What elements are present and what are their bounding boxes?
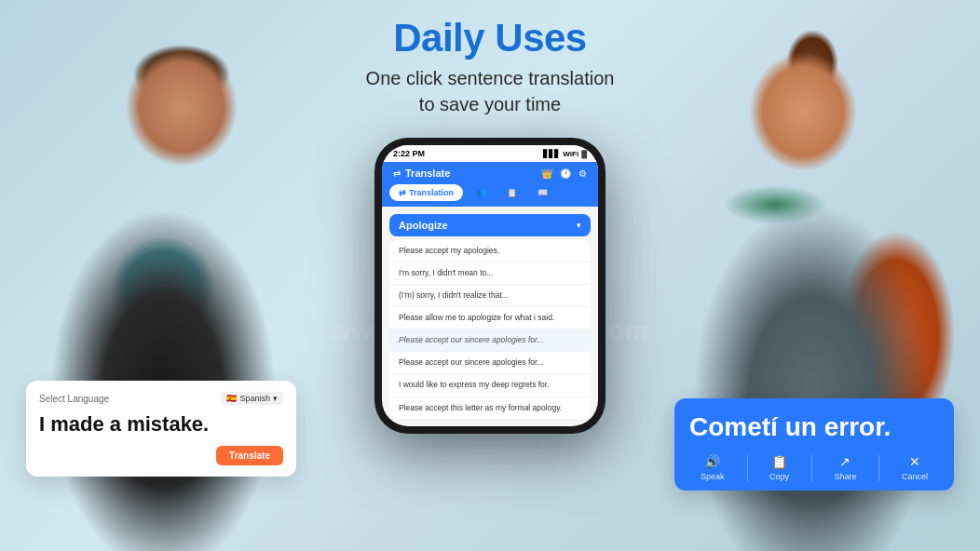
crown-icon: 👑: [541, 168, 552, 179]
translation-tab-label: Translation: [409, 188, 454, 197]
input-text-display: I made a mistake.: [39, 412, 283, 437]
docs-tab-icon: 📋: [507, 188, 517, 197]
speak-button[interactable]: 🔊 Speak: [701, 454, 725, 481]
list-item[interactable]: Please accept our sincere apologies for.…: [389, 352, 591, 374]
list-item[interactable]: Please accept my apologies.: [389, 240, 591, 262]
subtitle: One click sentence translation to save y…: [366, 65, 615, 117]
center-panel: Daily Uses One click sentence translatio…: [322, 0, 658, 434]
list-item[interactable]: I would like to express my deep regrets …: [389, 374, 591, 396]
share-label: Share: [834, 472, 856, 481]
list-item[interactable]: Please accept this letter as my formal a…: [389, 397, 591, 419]
app-title: Translate: [405, 168, 450, 179]
translation-tab-icon: ⇄: [399, 188, 406, 197]
status-time: 2:22 PM: [393, 149, 425, 158]
category-selector[interactable]: Apologize ▾: [389, 214, 591, 236]
tab-book[interactable]: 📖: [530, 184, 555, 201]
settings-icon: ⚙: [578, 168, 587, 179]
header-section: Daily Uses One click sentence translatio…: [366, 0, 615, 127]
language-badge[interactable]: 🇪🇸 Spanish ▾: [221, 392, 283, 405]
card-label-row: Select Language 🇪🇸 Spanish ▾: [39, 392, 283, 405]
copy-button[interactable]: 📋 Copy: [769, 454, 789, 481]
action-bar: 🔊 Speak 📋 Copy ↗ Share ✕ Cancel: [689, 454, 939, 481]
list-item[interactable]: Please allow me to apologize for what i …: [389, 307, 591, 329]
left-translation-card: Select Language 🇪🇸 Spanish ▾ I made a mi…: [26, 381, 296, 477]
users-tab-icon: 👥: [476, 188, 486, 197]
book-tab-icon: 📖: [538, 188, 548, 197]
main-title: Daily Uses: [366, 17, 615, 60]
phrase-list: Please accept my apologies. I'm sorry, I…: [389, 240, 591, 418]
list-item-highlighted[interactable]: Please accept our sincere apologies for.…: [389, 329, 591, 352]
status-icons: ▋▋▋ WiFi ▓: [543, 150, 587, 158]
cancel-button[interactable]: ✕ Cancel: [902, 454, 928, 481]
right-translation-card: Cometí un error. 🔊 Speak 📋 Copy ↗ Share …: [674, 398, 954, 491]
app-header-left: ⇄ Translate: [393, 168, 450, 179]
translate-icon: ⇄: [393, 168, 401, 179]
share-icon: ↗: [839, 454, 851, 469]
divider: [747, 455, 748, 481]
app-header: ⇄ Translate 👑 🕐 ⚙: [382, 162, 598, 184]
tab-users[interactable]: 👥: [469, 184, 494, 201]
tab-translation[interactable]: ⇄ Translation: [389, 184, 463, 201]
divider: [811, 455, 812, 481]
copy-label: Copy: [769, 472, 789, 481]
subtitle-line1: One click sentence translation: [366, 68, 615, 88]
speak-label: Speak: [701, 472, 725, 481]
battery-icon: ▓: [581, 150, 587, 158]
status-bar: 2:22 PM ▋▋▋ WiFi ▓: [382, 145, 598, 162]
chevron-down-icon: ▾: [577, 221, 581, 230]
list-item[interactable]: I'm sorry, I didn't mean to...: [389, 262, 591, 285]
list-item[interactable]: (I'm) sorry, I didn't realize that...: [389, 285, 591, 307]
share-button[interactable]: ↗ Share: [834, 454, 856, 481]
cancel-label: Cancel: [902, 472, 928, 481]
clock-icon: 🕐: [560, 168, 571, 179]
select-language-label: Select Language: [39, 394, 109, 404]
cancel-icon: ✕: [909, 454, 920, 469]
copy-icon: 📋: [771, 454, 787, 469]
signal-icon: ▋▋▋: [543, 150, 560, 158]
tab-docs[interactable]: 📋: [499, 184, 524, 201]
category-text: Apologize: [399, 220, 448, 231]
app-header-icons: 👑 🕐 ⚙: [541, 168, 587, 179]
subtitle-line2: to save your time: [419, 94, 561, 114]
phone-screen: 2:22 PM ▋▋▋ WiFi ▓ ⇄ Translate 👑 🕐 ⚙: [382, 145, 598, 425]
lang-chevron-icon: ▾: [273, 394, 278, 403]
flag-icon: 🇪🇸: [226, 394, 237, 403]
divider: [878, 455, 879, 481]
speak-icon: 🔊: [704, 454, 720, 469]
wifi-icon: WiFi: [563, 150, 578, 158]
phone-mockup: 2:22 PM ▋▋▋ WiFi ▓ ⇄ Translate 👑 🕐 ⚙: [374, 138, 606, 433]
tab-bar: ⇄ Translation 👥 📋 📖: [382, 184, 598, 207]
translate-button[interactable]: Translate: [216, 446, 283, 465]
translated-text: Cometí un error.: [689, 411, 939, 443]
language-text: Spanish: [239, 394, 270, 403]
